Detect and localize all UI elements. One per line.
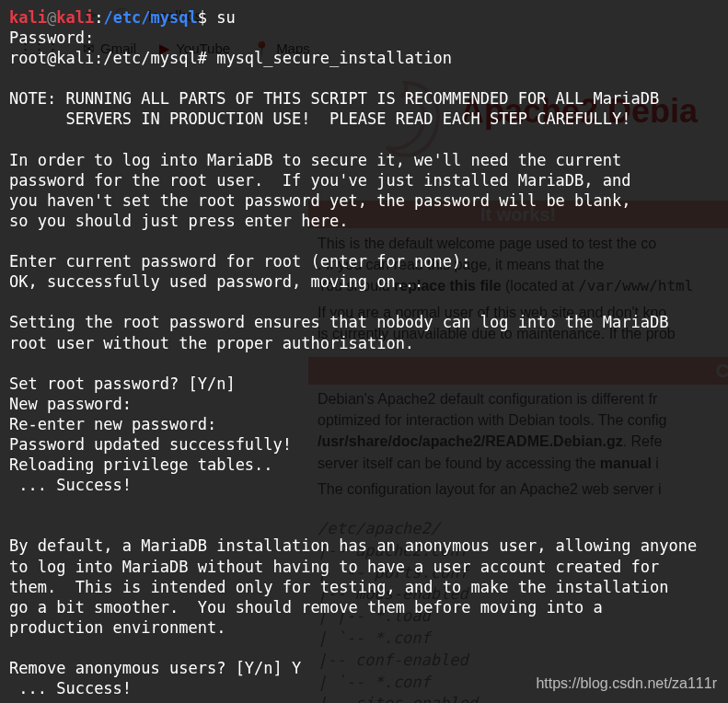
note-line: NOTE: RUNNING ALL PARTS OF THIS SCRIPT I… [9, 89, 659, 108]
text-line: In order to log into MariaDB to secure i… [9, 151, 621, 169]
prompt-dollar: $ [198, 8, 207, 27]
prompt-user: kali [9, 8, 47, 27]
text-line: to log into MariaDB without having to ha… [9, 558, 659, 576]
text-line: so you should just press enter here. [9, 212, 348, 230]
prompt-remove-anon: Remove anonymous users? [Y/n] Y [9, 659, 301, 677]
text-line: them. This is intended only for testing,… [9, 578, 668, 596]
line-password: Password: [9, 29, 94, 47]
text-line: password for the root user. If you've ju… [9, 171, 631, 190]
prompt-enter-pw: Enter current password for root (enter f… [9, 252, 471, 271]
pw-updated: Password updated successfully! [9, 435, 292, 454]
note-line: SERVERS IN PRODUCTION USE! PLEASE READ E… [9, 109, 631, 128]
prompt-path: /etc/mysql [103, 8, 197, 27]
prompt-colon: : [94, 8, 103, 27]
prompt-host: kali [56, 8, 94, 27]
prompt-new-pw: New password: [9, 395, 132, 413]
text-line: Setting the root password ensures that n… [9, 313, 668, 331]
root-line: root@kali:/etc/mysql# mysql_secure_insta… [9, 49, 452, 67]
ok-line: OK, successfully used password, moving o… [9, 272, 423, 291]
success-line: ... Success! [9, 679, 132, 697]
prompt-set-root: Set root password? [Y/n] [9, 375, 236, 393]
text-line: go a bit smoother. You should remove the… [9, 598, 603, 617]
terminal-window[interactable]: kali@kali:/etc/mysql$ su Password: root@… [0, 0, 728, 703]
cmd-su: su [207, 8, 236, 27]
text-line: you haven't set the root password yet, t… [9, 191, 631, 210]
prompt-at: @ [47, 8, 56, 27]
watermark: https://blog.csdn.net/za111r [536, 675, 717, 692]
reload-line: Reloading privilege tables.. [9, 455, 273, 474]
prompt-reenter: Re-enter new password: [9, 415, 216, 433]
text-line: root user without the proper authorisati… [9, 334, 414, 352]
text-line: production environment. [9, 618, 225, 637]
success-line: ... Success! [9, 476, 132, 494]
text-line: By default, a MariaDB installation has a… [9, 536, 697, 555]
